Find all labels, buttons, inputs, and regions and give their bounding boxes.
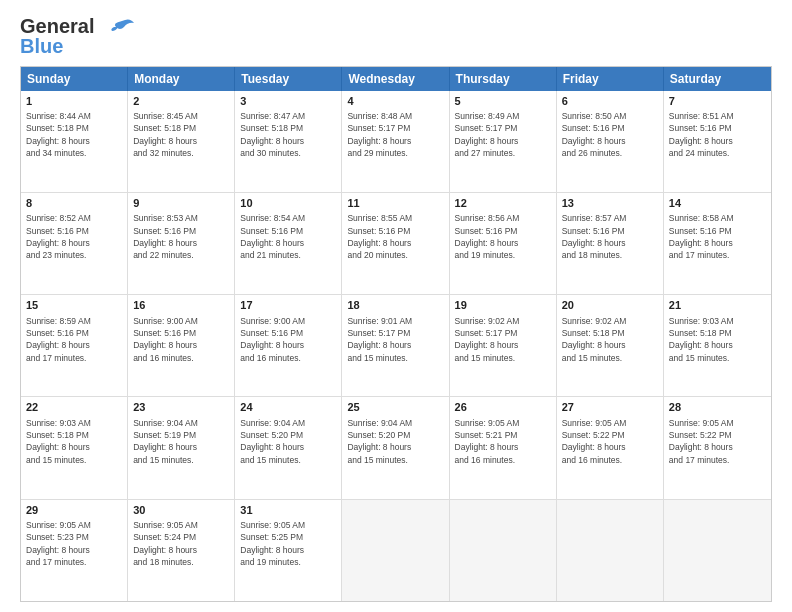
day-info: Sunrise: 9:00 AMSunset: 5:16 PMDaylight:… <box>133 315 229 364</box>
logo: General Blue <box>20 15 134 58</box>
header: General Blue <box>20 15 772 58</box>
day-info: Sunrise: 9:04 AMSunset: 5:20 PMDaylight:… <box>240 417 336 466</box>
calendar-cell: 26Sunrise: 9:05 AMSunset: 5:21 PMDayligh… <box>450 397 557 498</box>
day-number: 1 <box>26 94 122 109</box>
day-info: Sunrise: 9:00 AMSunset: 5:16 PMDaylight:… <box>240 315 336 364</box>
day-info: Sunrise: 9:05 AMSunset: 5:22 PMDaylight:… <box>669 417 766 466</box>
calendar-cell <box>450 500 557 601</box>
day-number: 31 <box>240 503 336 518</box>
day-info: Sunrise: 9:02 AMSunset: 5:17 PMDaylight:… <box>455 315 551 364</box>
calendar-cell: 12Sunrise: 8:56 AMSunset: 5:16 PMDayligh… <box>450 193 557 294</box>
day-info: Sunrise: 8:48 AMSunset: 5:17 PMDaylight:… <box>347 110 443 159</box>
day-number: 19 <box>455 298 551 313</box>
day-info: Sunrise: 9:05 AMSunset: 5:25 PMDaylight:… <box>240 519 336 568</box>
calendar-cell: 7Sunrise: 8:51 AMSunset: 5:16 PMDaylight… <box>664 91 771 192</box>
calendar-row-4: 22Sunrise: 9:03 AMSunset: 5:18 PMDayligh… <box>21 396 771 498</box>
calendar-cell: 11Sunrise: 8:55 AMSunset: 5:16 PMDayligh… <box>342 193 449 294</box>
calendar-cell: 30Sunrise: 9:05 AMSunset: 5:24 PMDayligh… <box>128 500 235 601</box>
day-number: 18 <box>347 298 443 313</box>
calendar-cell: 1Sunrise: 8:44 AMSunset: 5:18 PMDaylight… <box>21 91 128 192</box>
day-info: Sunrise: 8:51 AMSunset: 5:16 PMDaylight:… <box>669 110 766 159</box>
calendar-cell <box>342 500 449 601</box>
day-number: 5 <box>455 94 551 109</box>
calendar-cell: 25Sunrise: 9:04 AMSunset: 5:20 PMDayligh… <box>342 397 449 498</box>
day-info: Sunrise: 8:56 AMSunset: 5:16 PMDaylight:… <box>455 212 551 261</box>
calendar-cell: 4Sunrise: 8:48 AMSunset: 5:17 PMDaylight… <box>342 91 449 192</box>
day-number: 6 <box>562 94 658 109</box>
day-info: Sunrise: 8:50 AMSunset: 5:16 PMDaylight:… <box>562 110 658 159</box>
calendar-row-3: 15Sunrise: 8:59 AMSunset: 5:16 PMDayligh… <box>21 294 771 396</box>
day-info: Sunrise: 9:01 AMSunset: 5:17 PMDaylight:… <box>347 315 443 364</box>
calendar-cell: 19Sunrise: 9:02 AMSunset: 5:17 PMDayligh… <box>450 295 557 396</box>
calendar-cell: 17Sunrise: 9:00 AMSunset: 5:16 PMDayligh… <box>235 295 342 396</box>
calendar-row-1: 1Sunrise: 8:44 AMSunset: 5:18 PMDaylight… <box>21 91 771 192</box>
header-thursday: Thursday <box>450 67 557 91</box>
calendar-cell: 29Sunrise: 9:05 AMSunset: 5:23 PMDayligh… <box>21 500 128 601</box>
day-number: 29 <box>26 503 122 518</box>
day-info: Sunrise: 8:55 AMSunset: 5:16 PMDaylight:… <box>347 212 443 261</box>
calendar-cell: 18Sunrise: 9:01 AMSunset: 5:17 PMDayligh… <box>342 295 449 396</box>
day-number: 4 <box>347 94 443 109</box>
day-info: Sunrise: 9:05 AMSunset: 5:22 PMDaylight:… <box>562 417 658 466</box>
day-number: 9 <box>133 196 229 211</box>
day-number: 11 <box>347 196 443 211</box>
day-number: 22 <box>26 400 122 415</box>
day-number: 24 <box>240 400 336 415</box>
day-number: 28 <box>669 400 766 415</box>
day-number: 15 <box>26 298 122 313</box>
day-number: 13 <box>562 196 658 211</box>
day-info: Sunrise: 8:57 AMSunset: 5:16 PMDaylight:… <box>562 212 658 261</box>
header-tuesday: Tuesday <box>235 67 342 91</box>
calendar-header: Sunday Monday Tuesday Wednesday Thursday… <box>21 67 771 91</box>
day-number: 8 <box>26 196 122 211</box>
calendar-cell: 24Sunrise: 9:04 AMSunset: 5:20 PMDayligh… <box>235 397 342 498</box>
calendar-cell: 8Sunrise: 8:52 AMSunset: 5:16 PMDaylight… <box>21 193 128 294</box>
calendar-cell: 21Sunrise: 9:03 AMSunset: 5:18 PMDayligh… <box>664 295 771 396</box>
calendar-cell: 13Sunrise: 8:57 AMSunset: 5:16 PMDayligh… <box>557 193 664 294</box>
calendar-cell: 14Sunrise: 8:58 AMSunset: 5:16 PMDayligh… <box>664 193 771 294</box>
calendar-cell: 31Sunrise: 9:05 AMSunset: 5:25 PMDayligh… <box>235 500 342 601</box>
day-info: Sunrise: 8:53 AMSunset: 5:16 PMDaylight:… <box>133 212 229 261</box>
calendar-cell: 23Sunrise: 9:04 AMSunset: 5:19 PMDayligh… <box>128 397 235 498</box>
calendar-cell: 10Sunrise: 8:54 AMSunset: 5:16 PMDayligh… <box>235 193 342 294</box>
calendar-cell: 3Sunrise: 8:47 AMSunset: 5:18 PMDaylight… <box>235 91 342 192</box>
day-number: 2 <box>133 94 229 109</box>
day-number: 20 <box>562 298 658 313</box>
day-number: 30 <box>133 503 229 518</box>
day-number: 12 <box>455 196 551 211</box>
day-info: Sunrise: 9:05 AMSunset: 5:23 PMDaylight:… <box>26 519 122 568</box>
day-number: 23 <box>133 400 229 415</box>
calendar-cell: 20Sunrise: 9:02 AMSunset: 5:18 PMDayligh… <box>557 295 664 396</box>
day-number: 21 <box>669 298 766 313</box>
day-number: 26 <box>455 400 551 415</box>
day-info: Sunrise: 8:52 AMSunset: 5:16 PMDaylight:… <box>26 212 122 261</box>
calendar: Sunday Monday Tuesday Wednesday Thursday… <box>20 66 772 602</box>
day-info: Sunrise: 9:04 AMSunset: 5:19 PMDaylight:… <box>133 417 229 466</box>
logo-blue: Blue <box>20 35 63 58</box>
calendar-body: 1Sunrise: 8:44 AMSunset: 5:18 PMDaylight… <box>21 91 771 601</box>
header-sunday: Sunday <box>21 67 128 91</box>
day-info: Sunrise: 9:04 AMSunset: 5:20 PMDaylight:… <box>347 417 443 466</box>
day-info: Sunrise: 9:03 AMSunset: 5:18 PMDaylight:… <box>669 315 766 364</box>
day-info: Sunrise: 8:47 AMSunset: 5:18 PMDaylight:… <box>240 110 336 159</box>
day-info: Sunrise: 9:05 AMSunset: 5:24 PMDaylight:… <box>133 519 229 568</box>
calendar-row-2: 8Sunrise: 8:52 AMSunset: 5:16 PMDaylight… <box>21 192 771 294</box>
header-saturday: Saturday <box>664 67 771 91</box>
day-info: Sunrise: 8:59 AMSunset: 5:16 PMDaylight:… <box>26 315 122 364</box>
day-info: Sunrise: 9:03 AMSunset: 5:18 PMDaylight:… <box>26 417 122 466</box>
day-info: Sunrise: 8:45 AMSunset: 5:18 PMDaylight:… <box>133 110 229 159</box>
day-number: 25 <box>347 400 443 415</box>
calendar-cell: 15Sunrise: 8:59 AMSunset: 5:16 PMDayligh… <box>21 295 128 396</box>
calendar-cell <box>664 500 771 601</box>
calendar-cell: 2Sunrise: 8:45 AMSunset: 5:18 PMDaylight… <box>128 91 235 192</box>
day-info: Sunrise: 9:05 AMSunset: 5:21 PMDaylight:… <box>455 417 551 466</box>
day-number: 3 <box>240 94 336 109</box>
calendar-row-5: 29Sunrise: 9:05 AMSunset: 5:23 PMDayligh… <box>21 499 771 601</box>
day-info: Sunrise: 8:49 AMSunset: 5:17 PMDaylight:… <box>455 110 551 159</box>
calendar-cell: 6Sunrise: 8:50 AMSunset: 5:16 PMDaylight… <box>557 91 664 192</box>
page: General Blue Sunday Monday Tuesday Wedne… <box>0 0 792 612</box>
day-number: 16 <box>133 298 229 313</box>
calendar-cell <box>557 500 664 601</box>
calendar-cell: 9Sunrise: 8:53 AMSunset: 5:16 PMDaylight… <box>128 193 235 294</box>
calendar-cell: 28Sunrise: 9:05 AMSunset: 5:22 PMDayligh… <box>664 397 771 498</box>
